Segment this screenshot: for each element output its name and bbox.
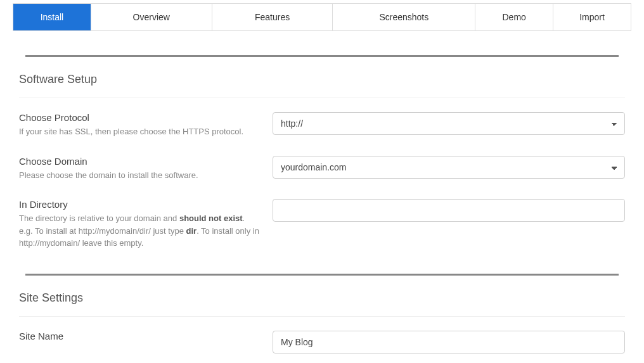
tab-features[interactable]: Features	[212, 4, 333, 30]
tab-install[interactable]: Install	[13, 4, 91, 30]
directory-input[interactable]	[273, 199, 625, 222]
tab-demo[interactable]: Demo	[475, 4, 553, 30]
tab-import[interactable]: Import	[553, 4, 631, 30]
domain-select[interactable]: yourdomain.com	[273, 156, 625, 179]
protocol-help: If your site has SSL, then please choose…	[19, 125, 260, 138]
tab-overview[interactable]: Overview	[91, 4, 212, 30]
site-name-label: Site Name	[19, 331, 260, 341]
protocol-select[interactable]: http://	[273, 112, 625, 135]
directory-help: The directory is relative to your domain…	[19, 212, 260, 250]
section-divider	[25, 274, 619, 276]
directory-label: In Directory	[19, 199, 260, 210]
tab-bar: Install Overview Features Screenshots De…	[13, 3, 631, 31]
section-title-site-settings: Site Settings	[19, 291, 625, 317]
protocol-label: Choose Protocol	[19, 112, 260, 123]
domain-help: Please choose the domain to install the …	[19, 169, 260, 182]
tab-screenshots[interactable]: Screenshots	[332, 4, 475, 30]
section-title-software-setup: Software Setup	[19, 73, 625, 98]
site-name-input[interactable]	[273, 331, 625, 353]
section-divider	[25, 55, 619, 57]
domain-label: Choose Domain	[19, 156, 260, 167]
